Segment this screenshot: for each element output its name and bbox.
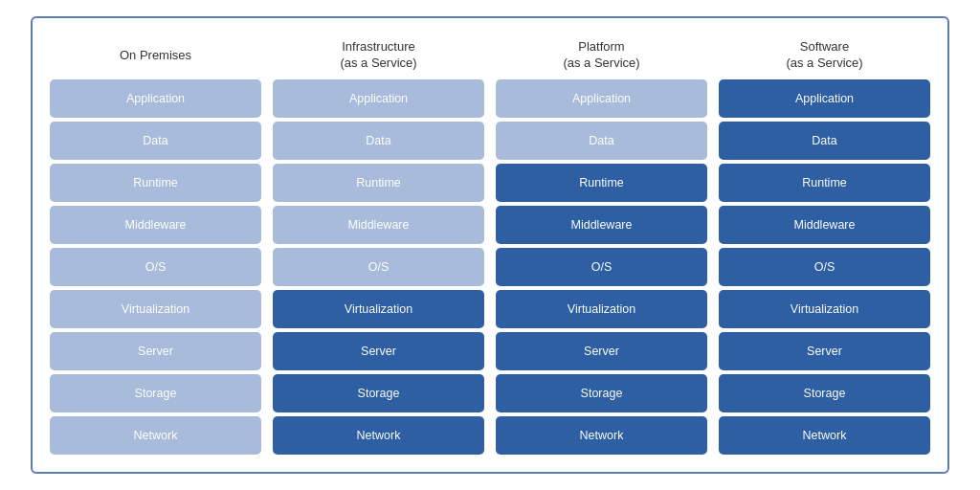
cell-saas-4: O/S: [719, 248, 930, 286]
col-header-saas: Software(as a Service): [719, 37, 930, 79]
cell-paas-7: Storage: [496, 374, 707, 412]
cell-paas-2: Runtime: [496, 164, 707, 202]
cell-paas-1: Data: [496, 122, 707, 160]
cell-on-premises-0: Application: [50, 79, 261, 118]
cell-on-premises-2: Runtime: [50, 164, 261, 202]
column-iaas: Infrastructure(as a Service)ApplicationD…: [273, 37, 484, 455]
column-paas: Platform(as a Service)ApplicationDataRun…: [496, 37, 707, 455]
cell-on-premises-7: Storage: [50, 374, 261, 412]
cell-paas-6: Server: [496, 332, 707, 370]
columns-wrapper: On PremisesApplicationDataRuntimeMiddlew…: [50, 37, 930, 455]
cell-iaas-0: Application: [273, 79, 484, 118]
cell-iaas-2: Runtime: [273, 164, 484, 202]
rows-container-iaas: ApplicationDataRuntimeMiddlewareO/SVirtu…: [273, 79, 484, 455]
cell-iaas-3: Middleware: [273, 206, 484, 244]
rows-container-on-premises: ApplicationDataRuntimeMiddlewareO/SVirtu…: [50, 79, 261, 455]
column-on-premises: On PremisesApplicationDataRuntimeMiddlew…: [50, 37, 261, 455]
cell-paas-8: Network: [496, 416, 707, 455]
cell-paas-0: Application: [496, 79, 707, 118]
main-container: On PremisesApplicationDataRuntimeMiddlew…: [31, 16, 949, 474]
cell-on-premises-6: Server: [50, 332, 261, 370]
cell-saas-7: Storage: [719, 374, 930, 412]
cell-iaas-8: Network: [273, 416, 484, 455]
cell-paas-3: Middleware: [496, 206, 707, 244]
cell-saas-3: Middleware: [719, 206, 930, 244]
cell-saas-6: Server: [719, 332, 930, 370]
cell-saas-8: Network: [719, 416, 930, 455]
column-saas: Software(as a Service)ApplicationDataRun…: [719, 37, 930, 455]
cell-saas-2: Runtime: [719, 164, 930, 202]
cell-iaas-7: Storage: [273, 374, 484, 412]
rows-container-saas: ApplicationDataRuntimeMiddlewareO/SVirtu…: [719, 79, 930, 455]
cell-saas-5: Virtualization: [719, 290, 930, 328]
cell-saas-1: Data: [719, 122, 930, 160]
cell-on-premises-1: Data: [50, 122, 261, 160]
cell-paas-4: O/S: [496, 248, 707, 286]
cell-on-premises-8: Network: [50, 416, 261, 455]
cell-iaas-4: O/S: [273, 248, 484, 286]
cell-on-premises-4: O/S: [50, 248, 261, 286]
cell-iaas-6: Server: [273, 332, 484, 370]
cell-iaas-5: Virtualization: [273, 290, 484, 328]
col-header-paas: Platform(as a Service): [496, 37, 707, 79]
cell-iaas-1: Data: [273, 122, 484, 160]
col-header-iaas: Infrastructure(as a Service): [273, 37, 484, 79]
cell-saas-0: Application: [719, 79, 930, 118]
cell-paas-5: Virtualization: [496, 290, 707, 328]
cell-on-premises-5: Virtualization: [50, 290, 261, 328]
rows-container-paas: ApplicationDataRuntimeMiddlewareO/SVirtu…: [496, 79, 707, 455]
col-header-on-premises: On Premises: [50, 37, 261, 79]
cell-on-premises-3: Middleware: [50, 206, 261, 244]
